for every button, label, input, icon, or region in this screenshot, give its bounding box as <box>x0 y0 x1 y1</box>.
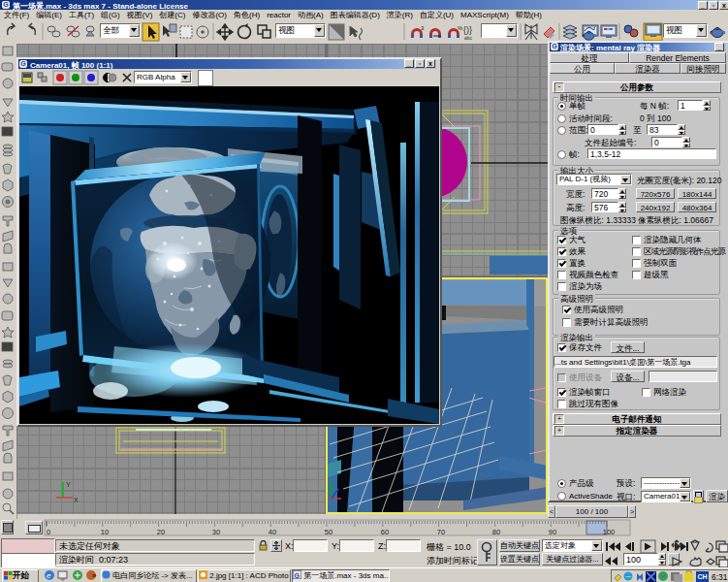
svg-text:G: G <box>295 572 301 579</box>
svg-text:X: X <box>74 497 79 503</box>
svg-text:3: 3 <box>421 25 425 31</box>
svg-text:e: e <box>47 571 51 580</box>
svg-text:{)}: {)} <box>463 25 472 35</box>
svg-text:abc: abc <box>464 35 473 41</box>
svg-text:Y: Y <box>66 481 71 488</box>
